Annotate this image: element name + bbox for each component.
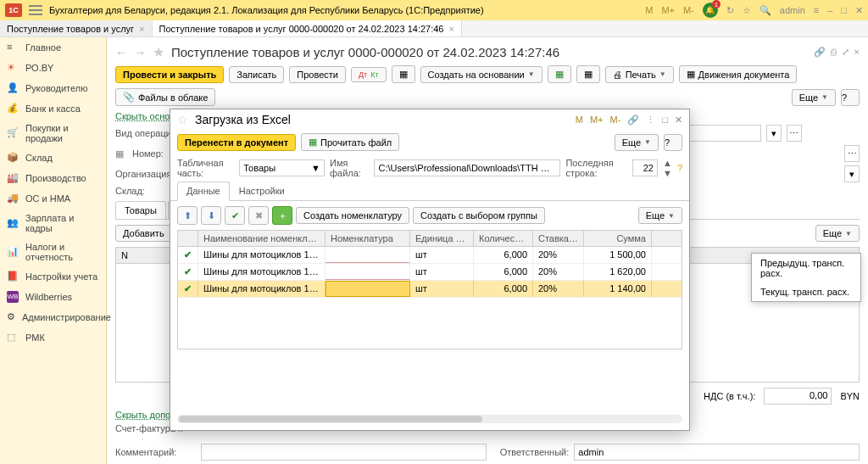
- sidebar-item-warehouse[interactable]: 📦Склад: [0, 148, 106, 168]
- tab-list[interactable]: Поступление товаров и услуг ×: [0, 20, 153, 36]
- grid-more-button[interactable]: Еще▼: [638, 207, 682, 224]
- sidebar-item-assets[interactable]: 🚚ОС и НМА: [0, 188, 106, 209]
- counterparty-open-button[interactable]: ▾: [766, 125, 782, 142]
- dialog-more-button[interactable]: Еще▼: [615, 134, 659, 151]
- horizontal-scrollbar[interactable]: [177, 415, 682, 423]
- post-button[interactable]: Провести: [289, 66, 346, 83]
- create-with-group-button[interactable]: Создать с выбором группы: [413, 207, 545, 224]
- table-part-select[interactable]: Товары▼: [239, 159, 325, 176]
- back-icon[interactable]: ←: [115, 46, 127, 59]
- bell-icon[interactable]: 🔔: [703, 3, 718, 18]
- dropdown-curr-transport[interactable]: Текущ. трансп. расх.: [752, 282, 860, 301]
- responsible-input[interactable]: admin: [574, 444, 860, 461]
- warning-icon[interactable]: ?: [677, 163, 682, 173]
- dialog-m-icon[interactable]: M: [576, 115, 583, 125]
- sidebar-item-salary[interactable]: 👥Зарплата и кадры: [0, 209, 106, 238]
- help-button[interactable]: ?: [841, 89, 860, 106]
- close-icon[interactable]: ✕: [855, 5, 863, 16]
- movements-button[interactable]: ▦ Движения документа: [679, 65, 798, 83]
- tab-data[interactable]: Данные: [177, 182, 230, 201]
- check-icon[interactable]: ✔: [178, 247, 198, 263]
- document-toolbar: Провести и закрыть Записать Провести ДтК…: [115, 65, 860, 106]
- transfer-button[interactable]: Перенести в документ: [177, 134, 296, 151]
- excel-button[interactable]: ▦: [548, 65, 571, 83]
- minimize-icon[interactable]: –: [827, 5, 832, 15]
- dialog-link-icon[interactable]: 🔗: [627, 115, 639, 126]
- comment-input[interactable]: [201, 444, 487, 461]
- star-icon[interactable]: ☆: [743, 5, 751, 16]
- move-down-button[interactable]: ⬇: [201, 206, 221, 225]
- read-file-button[interactable]: ▦ Прочитать файл: [301, 133, 399, 151]
- tab-goods[interactable]: Товары: [115, 201, 166, 219]
- favorite-icon[interactable]: ★: [153, 44, 164, 60]
- sidebar-item-taxes[interactable]: 📊Налоги и отчетность: [0, 238, 106, 266]
- sidebar-item-bank[interactable]: 💰Банк и касса: [0, 98, 106, 119]
- tab-settings[interactable]: Настройки: [230, 182, 294, 200]
- sidebar-item-production[interactable]: 🏭Производство: [0, 168, 106, 188]
- tab-document[interactable]: Поступление товаров и услуг 0000-000020 …: [153, 20, 462, 36]
- dialog-options-icon[interactable]: ⋮: [646, 115, 655, 126]
- maximize-icon[interactable]: □: [841, 5, 847, 15]
- sidebar-item-roby[interactable]: ☀РО.BY: [0, 58, 106, 78]
- sidebar-item-manager[interactable]: 👤Руководителю: [0, 78, 106, 98]
- save-button[interactable]: Записать: [229, 66, 284, 83]
- last-row-input[interactable]: 22: [632, 159, 658, 176]
- spinner-down-icon[interactable]: ▼: [663, 168, 672, 178]
- forward-icon[interactable]: →: [134, 46, 146, 59]
- grid-row[interactable]: ✔ Шины для мотоциклов 100/80-17... шт 6,…: [178, 247, 682, 264]
- uncheck-button[interactable]: ✖: [248, 206, 269, 225]
- contract-more-button[interactable]: ⋯: [844, 145, 860, 162]
- cloud-files-button[interactable]: 📎 Файлы в облаке: [115, 88, 215, 106]
- m-plus-icon[interactable]: M+: [661, 5, 675, 15]
- check-icon[interactable]: ✔: [178, 281, 198, 297]
- dialog-close-icon[interactable]: ✕: [675, 115, 682, 126]
- doc-close-icon[interactable]: ×: [854, 47, 860, 58]
- dropdown-prev-transport[interactable]: Предыдущ. трансп. расх.: [752, 254, 860, 282]
- sidebar-item-purchases[interactable]: 🛒Покупки и продажи: [0, 119, 106, 148]
- history-icon[interactable]: ↻: [726, 5, 734, 16]
- dialog-favorite-icon[interactable]: ☆: [177, 113, 188, 126]
- org-open-button[interactable]: ▾: [844, 165, 860, 182]
- burger-icon[interactable]: [29, 5, 42, 15]
- pin-icon[interactable]: ⤢: [842, 47, 849, 58]
- m-icon[interactable]: M: [645, 5, 653, 15]
- filename-input[interactable]: C:\Users\Professional\Downloads\ТТН ООО …: [374, 159, 560, 176]
- sidebar-item-settings[interactable]: 📕Настройки учета: [0, 266, 106, 287]
- sidebar-item-wildberries[interactable]: WBWildberries: [0, 287, 106, 307]
- tab-close-icon[interactable]: ×: [139, 24, 144, 34]
- sidebar-item-admin[interactable]: ⚙Администрирование: [0, 307, 106, 327]
- structure-button[interactable]: ▦: [392, 65, 415, 83]
- tab-close-icon[interactable]: ×: [448, 24, 453, 34]
- discuss-icon[interactable]: ⎙: [831, 47, 837, 58]
- grid-row[interactable]: ✔ Шины для мотоциклов 100/90-19... шт 6,…: [178, 264, 682, 281]
- counterparty-more-button[interactable]: ⋯: [787, 125, 802, 142]
- dialog-m-minus-icon[interactable]: M-: [610, 115, 621, 125]
- people-icon: 👥: [7, 217, 19, 229]
- add-icon-button[interactable]: ＋: [272, 206, 292, 225]
- dialog-maximize-icon[interactable]: □: [662, 115, 668, 125]
- add-button[interactable]: Добавить: [115, 225, 172, 242]
- move-up-button[interactable]: ⬆: [177, 206, 198, 225]
- grid-row-active[interactable]: ✔ Шины для мотоциклов 110/80-18 5... шт …: [178, 281, 682, 298]
- search-icon[interactable]: 🔍: [760, 5, 771, 16]
- nomenclature-cell-editing[interactable]: [326, 281, 410, 297]
- dialog-help-button[interactable]: ?: [664, 134, 682, 151]
- spinner-up-icon[interactable]: ▲: [663, 158, 672, 168]
- check-button[interactable]: ✔: [225, 206, 245, 225]
- more-button[interactable]: Еще▼: [792, 89, 836, 106]
- dtkt-button[interactable]: ДтКт: [351, 67, 387, 82]
- link-icon[interactable]: 🔗: [814, 47, 826, 58]
- sidebar-item-pmk[interactable]: ⬚РМК: [0, 327, 106, 348]
- check-icon[interactable]: ✔: [178, 264, 198, 280]
- dialog-m-plus-icon[interactable]: M+: [590, 115, 604, 125]
- export-button[interactable]: ▦: [576, 65, 600, 83]
- create-based-button[interactable]: Создать на основании▼: [420, 66, 542, 83]
- post-close-button[interactable]: Провести и закрыть: [115, 66, 224, 83]
- print-button[interactable]: 🖨 Печать▼: [605, 66, 674, 83]
- m-minus-icon[interactable]: M-: [683, 5, 694, 15]
- user-label[interactable]: admin: [780, 5, 805, 15]
- sidebar-item-main[interactable]: ≡Главное: [0, 37, 106, 58]
- table-more-button[interactable]: Еще▼: [815, 225, 860, 242]
- create-nomenclature-button[interactable]: Создать номенклатуру: [296, 207, 409, 224]
- settings-icon[interactable]: ≡: [814, 5, 819, 15]
